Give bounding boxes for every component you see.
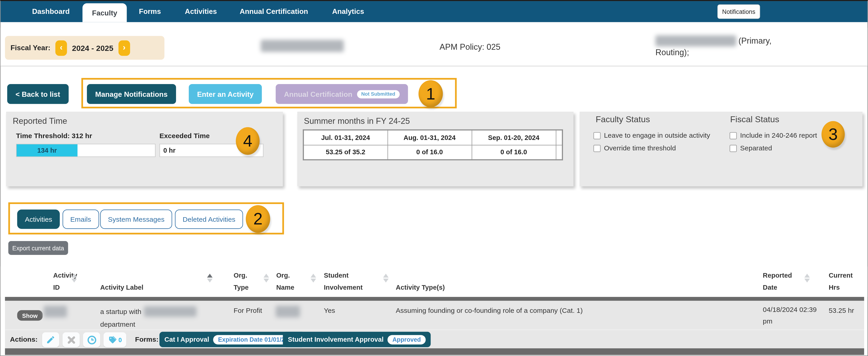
tab-emails[interactable]: Emails [63,210,99,229]
col-activity-types[interactable]: Activity Type(s) [396,282,445,294]
enter-activity-button[interactable]: Enter an Activity [189,84,262,104]
row-divider [5,329,864,330]
reported-time-progressbar: 134 hr [16,144,156,157]
fiscal-year-next-button[interactable]: › [118,40,130,56]
manage-notifications-button[interactable]: Manage Notifications [87,84,176,104]
summer-months-title: Summer months in FY 24-25 [304,116,410,126]
sort-icon-activity-id[interactable] [71,274,77,283]
student-involvement-cell: Yes [324,307,335,315]
redacted-faculty-name [261,40,344,52]
redacted-org-name [276,306,300,317]
redacted-company-name [144,306,197,317]
nav-tab-analytics[interactable]: Analytics [332,7,364,16]
sort-icon-student-involvement[interactable] [383,274,389,283]
not-submitted-badge: Not Submitted [357,90,400,98]
tags-button[interactable]: 0 [103,332,126,347]
notifications-button[interactable]: Notifications [717,4,760,19]
toolbar: < Back to list Manage Notifications Ente… [0,77,867,111]
override-threshold-label: Override time threshold [604,144,676,152]
table-header-divider [5,297,864,301]
summer-value-cell: 0 of 16.0 [471,145,556,160]
clock-icon [87,335,97,345]
activity-label-text2: department [100,321,196,328]
summer-col-spacer [556,130,562,145]
student-involvement-form-button[interactable]: Student Involvement Approval Approved [283,332,431,347]
tab-activities[interactable]: Activities [17,210,60,229]
sort-icon-org-type[interactable] [264,274,269,283]
include-240-246-checkbox[interactable] [730,132,737,139]
redacted-department-name [655,35,736,46]
time-threshold-label: Time Threshold: 312 hr [16,132,92,140]
status-panel: Faculty Status Leave to engage in outsid… [580,112,863,186]
nav-tab-forms[interactable]: Forms [139,7,161,16]
actions-label: Actions: [10,335,38,343]
edit-activity-button[interactable] [42,332,59,347]
tab-system-messages[interactable]: System Messages [100,210,172,229]
forms-label: Forms: [135,335,159,343]
nav-tab-annual-certification[interactable]: Annual Certification [240,7,308,16]
appointment-line2: Routing); [655,46,794,58]
separated-checkbox[interactable] [730,144,737,152]
x-icon [67,335,75,344]
sort-icon-activity-label-active[interactable] [207,274,212,283]
tab-deleted-activities[interactable]: Deleted Activities [175,210,243,229]
sort-icon-org-name[interactable] [310,274,316,283]
exceeded-time-label: Exceeded Time [159,132,210,140]
nav-tab-faculty[interactable]: Faculty [83,3,127,22]
summer-months-table: Jul. 01-31, 2024 Aug. 01-31, 2024 Sep. 0… [303,129,563,160]
summer-value-spacer [556,145,562,160]
nav-tab-dashboard[interactable]: Dashboard [32,7,70,16]
activity-label-text: a startup with [100,308,141,315]
activity-history-button[interactable] [83,332,100,347]
sort-icon-reported-date[interactable] [804,274,810,283]
view-tabs: Activities Emails System Messages Delete… [0,203,867,241]
summer-col-header: Jul. 01-31, 2024 [304,130,388,145]
reported-time-value: 134 hr [17,144,78,156]
summer-value-cell: 53.25 of 35.2 [304,145,388,160]
app-window: Dashboard Faculty Forms Activities Annua… [0,0,868,356]
show-row-button[interactable]: Show [17,310,42,321]
reported-time-panel: Reported Time Time Threshold: 312 hr 134… [6,112,283,186]
reported-date-cell: 04/18/2024 02:39 [763,306,817,314]
leave-outside-activity-label: Leave to engage in outside activity [604,132,710,139]
apm-policy-text: APM Policy: 025 [439,42,500,51]
col-org-name[interactable]: Org.Name [276,269,294,293]
delete-activity-button[interactable] [63,332,80,347]
col-student-involvement[interactable]: StudentInvolvement [324,269,363,293]
table-bottom-divider [5,348,864,355]
current-hrs-cell: 53.25 hr [829,307,854,315]
col-reported-date[interactable]: ReportedDate [763,269,792,293]
annotation-circle-2: 2 [246,205,270,233]
fiscal-year-value: 2024 - 2025 [72,43,113,52]
leave-outside-activity-checkbox[interactable] [593,132,601,139]
faculty-status-title: Faculty Status [596,114,650,124]
col-current-hrs[interactable]: CurrentHrs [829,269,852,293]
col-activity-label[interactable]: Activity Label [100,282,143,294]
annual-certification-button[interactable]: Annual Certification Not Submitted [276,84,408,104]
reported-time-title: Reported Time [13,116,67,126]
chevron-left-icon: ‹ [60,42,63,52]
activity-table-header: ActivityID Activity Label Org.Type Org.N… [0,266,867,297]
pencil-icon [46,335,55,345]
nav-tab-activities[interactable]: Activities [185,7,217,16]
page-header: Fiscal Year: ‹ 2024 - 2025 › APM Policy:… [0,28,867,66]
tag-icon [108,335,117,345]
fiscal-status-title: Fiscal Status [730,114,779,124]
activity-types-cell: Assuming founding or co-founding role of… [396,307,583,315]
summer-col-header: Aug. 01-31, 2024 [388,130,472,145]
form-name: Cat I Approval [164,335,209,343]
top-navbar: Dashboard Faculty Forms Activities Annua… [0,1,867,22]
override-threshold-checkbox[interactable] [593,144,601,152]
annotation-circle-1: 1 [418,80,443,107]
back-to-list-button[interactable]: < Back to list [7,84,68,104]
summer-months-panel: Summer months in FY 24-25 Jul. 01-31, 20… [297,112,574,186]
fiscal-year-prev-button[interactable]: ‹ [55,40,67,56]
fiscal-year-label: Fiscal Year: [10,44,50,52]
annotation-circle-3: 3 [822,121,845,148]
fiscal-year-selector: Fiscal Year: ‹ 2024 - 2025 › [5,36,164,60]
tag-count: 0 [119,336,122,343]
export-current-data-button[interactable]: Export current data [8,241,68,255]
separated-label: Separated [740,144,772,152]
col-org-type[interactable]: Org.Type [234,269,249,293]
approved-badge: Approved [388,335,426,344]
